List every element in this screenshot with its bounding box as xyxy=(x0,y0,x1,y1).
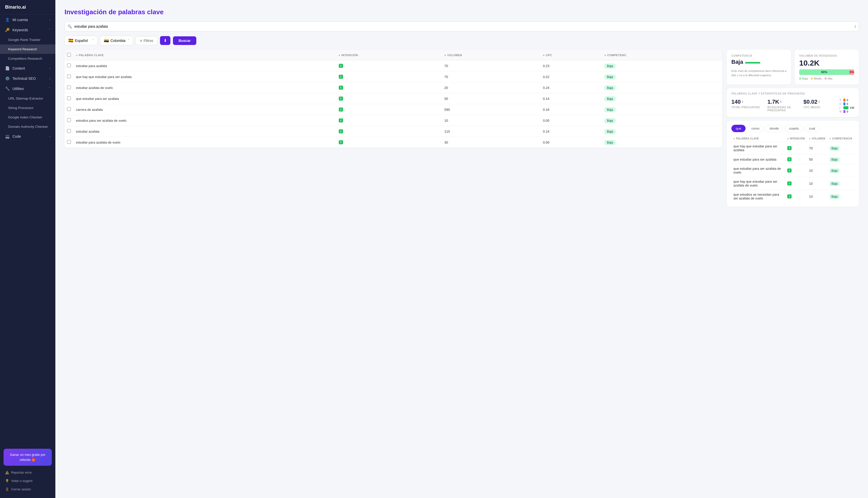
sidebar-label-domain-authority: Domain Authority Checker xyxy=(8,125,48,129)
row-checkbox-cell xyxy=(65,71,74,82)
question-tab-cuanto[interactable]: cuanto xyxy=(785,125,803,132)
sidebar-item-cerrar-sesion[interactable]: 🚪 Cerrar sesión xyxy=(0,485,55,494)
keywords-table-card: ● PALABRA CLAVE ● INTENCIÓN xyxy=(65,50,722,148)
q-row-keyword: que hay que estudiar para ser azafata de… xyxy=(731,177,785,190)
row-checkbox[interactable] xyxy=(67,118,71,122)
tcin-row: C 0 xyxy=(840,102,854,105)
question-tab-cual[interactable]: cual xyxy=(805,125,819,132)
competition-badge: Baja xyxy=(604,75,616,80)
stat-cpc-label: CPC MEDIO xyxy=(803,106,837,109)
competencia-card: COMPETENCIA Baja Este nivel de competenc… xyxy=(727,50,791,84)
row-cpc: 0.22 xyxy=(540,71,602,82)
technical-seo-icon: ⚙️ xyxy=(5,76,10,81)
row-checkbox-cell xyxy=(65,82,74,93)
row-checkbox[interactable] xyxy=(67,75,71,78)
volumen-label: VOLUMEN DE BÚSQUEDAS xyxy=(799,54,854,57)
legend-media: Media xyxy=(811,77,822,80)
select-all-checkbox[interactable] xyxy=(67,53,71,57)
info-circle-vol: ● xyxy=(444,54,446,57)
sidebar-item-competitors-research[interactable]: Competitors Research xyxy=(0,54,55,63)
stat-info-icon-3[interactable]: ℹ xyxy=(818,100,820,104)
sidebar-item-utilities[interactable]: 🔧 Utilities ˅ xyxy=(0,83,55,94)
promo-button[interactable]: Ganar un mes gratis por referido 🎁 xyxy=(3,449,52,466)
content-icon: 📄 xyxy=(5,66,10,71)
question-tab-como[interactable]: como xyxy=(747,125,764,132)
q-info-3: ● xyxy=(809,137,811,140)
row-intent: I xyxy=(336,71,442,82)
sidebar-item-google-rank-tracker[interactable]: Google Rank Tracker xyxy=(0,35,55,44)
row-checkbox[interactable] xyxy=(67,96,71,100)
q-row-intent: I xyxy=(785,190,807,203)
row-keyword: estudios para ser azafata de vuelo xyxy=(74,115,336,126)
q-row-intent: I xyxy=(785,177,807,190)
q-info-2: ● xyxy=(787,137,789,140)
intent-badge: I xyxy=(339,107,343,112)
row-keyword: estudiar para azafata xyxy=(74,61,336,71)
sidebar-item-keywords[interactable]: 🔑 Keywords ˅ xyxy=(0,25,55,35)
q-row-competition: Baja xyxy=(827,164,854,177)
legend-dot-media xyxy=(811,78,813,80)
question-row: que hay que estudiar para ser azafata de… xyxy=(731,177,854,190)
sidebar-item-code[interactable]: 💻 Code › xyxy=(0,131,55,142)
stat-busquedas-label: BÚSQUEDAS DE PREGUNTAS xyxy=(767,106,801,112)
sidebar-label-mi-cuenta: Mi cuenta xyxy=(12,18,28,22)
sidebar-item-reportar-error[interactable]: ⚠️ Reportar error xyxy=(0,468,55,477)
sidebar-item-domain-authority[interactable]: Domain Authority Checker xyxy=(0,122,55,131)
filters-button[interactable]: ≡ Filtros xyxy=(136,36,158,45)
tcin-letter: I xyxy=(840,106,842,109)
sidebar-item-votar-sugerir[interactable]: 💡 Votar o sugerir xyxy=(0,477,55,485)
sidebar-item-google-index-checker[interactable]: Google Index Checker xyxy=(0,113,55,122)
tcin-bar xyxy=(843,110,845,113)
sidebar-label-kr: Keyword Research xyxy=(8,47,37,51)
stat-total-label: TOTAL PREGUNTAS xyxy=(731,106,765,109)
competencia-label: COMPETENCIA xyxy=(731,54,787,57)
row-cpc: 0.23 xyxy=(540,61,602,71)
sidebar-item-mi-cuenta[interactable]: 👤 Mi cuenta › xyxy=(0,15,55,25)
row-checkbox[interactable] xyxy=(67,64,71,67)
stats-card: PALABRAS CLAVE Y ESTADÍSTICAS DE PREGUNT… xyxy=(727,88,859,117)
row-cpc: 0.00 xyxy=(540,115,602,126)
q-row-competition: Baja xyxy=(827,177,854,190)
sidebar-item-keyword-research[interactable]: Keyword Research xyxy=(0,44,55,54)
row-intent: I xyxy=(336,61,442,71)
row-checkbox[interactable] xyxy=(67,129,71,133)
stat-info-icon-2[interactable]: ℹ xyxy=(780,100,782,104)
stat-info-icon-1[interactable]: ℹ xyxy=(742,100,743,104)
search-input[interactable] xyxy=(65,22,859,31)
language-select[interactable]: 🇪🇸 Español ˅ xyxy=(65,36,97,45)
info-icon[interactable]: ℹ xyxy=(855,24,856,28)
q-row-volume: 50 xyxy=(807,155,827,164)
sidebar-item-content[interactable]: 📄 Content › xyxy=(0,63,55,74)
question-tab-que[interactable]: que xyxy=(731,125,746,132)
competition-badge: Baja xyxy=(604,64,616,69)
sidebar-label-keywords: Keywords xyxy=(12,28,28,32)
legend-label-baja: Baja xyxy=(802,77,808,80)
sidebar-label-votar: Votar o sugerir xyxy=(11,479,33,483)
question-tab-donde[interactable]: donde xyxy=(765,125,783,132)
row-keyword: que hay que estudiar para ser azafata xyxy=(74,71,336,82)
intent-badge: I xyxy=(339,86,343,90)
row-checkbox[interactable] xyxy=(67,86,71,89)
q-row-keyword: que estudiar para ser azafata de vuelo xyxy=(731,164,785,177)
download-button[interactable]: ⬇ xyxy=(160,36,170,45)
sidebar-item-url-sitemap[interactable]: URL Sitemap Extractor xyxy=(0,94,55,103)
row-competition: Baja xyxy=(602,82,722,93)
row-volume: 590 xyxy=(442,104,540,115)
sidebar-item-string-processor[interactable]: String Processor xyxy=(0,103,55,113)
sidebar-label-technical-seo: Technical SEO xyxy=(12,77,36,80)
row-intent: I xyxy=(336,104,442,115)
sidebar-label-cerrar: Cerrar sesión xyxy=(11,487,31,491)
country-label: Colombia xyxy=(110,39,125,43)
row-volume: 50 xyxy=(442,93,540,104)
row-intent: I xyxy=(336,115,442,126)
sidebar-item-technical-seo[interactable]: ⚙️ Technical SEO › xyxy=(0,74,55,83)
page-title: Investigación de palabras clave xyxy=(65,8,859,16)
keywords-table: ● PALABRA CLAVE ● INTENCIÓN xyxy=(65,50,722,148)
vol-bar-green: 90% xyxy=(799,69,849,75)
row-checkbox[interactable] xyxy=(67,107,71,111)
country-select[interactable]: 🇨🇴 Colombia ˅ xyxy=(100,36,133,45)
user-icon: 👤 xyxy=(5,17,10,22)
col-palabra-clave: ● PALABRA CLAVE xyxy=(74,50,336,61)
row-checkbox[interactable] xyxy=(67,140,71,144)
search-button[interactable]: Buscar xyxy=(173,36,196,45)
